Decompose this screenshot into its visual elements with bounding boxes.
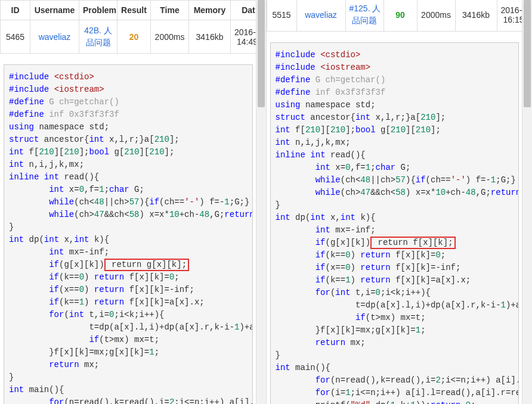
scrollbar-right[interactable] [522,0,532,404]
scrollbar-thumb[interactable] [258,0,265,107]
cell-time: 2000ms [417,0,455,32]
result-score[interactable]: 20 [129,32,139,42]
diff-highlight-right: return f[x][k]; [370,237,455,249]
problem-link[interactable]: #125. 人品问题 [349,4,381,25]
user-link[interactable]: waveliaz [39,32,71,42]
col-time: Time [151,1,189,20]
col-result: Result [117,1,151,20]
cell-memory: 3416kb [189,20,231,54]
col-memory: Memory [189,1,231,20]
col-date: Dat [231,1,256,20]
cell-result: 20 [117,20,151,54]
col-username: Username [30,1,79,20]
cell-username: waveliaz [296,0,345,32]
table-row: 5515 waveliaz #125. 人品问题 90 2000ms 3416k… [267,0,522,32]
table-row: 5465 waveliaz 42B. 人品问题 20 2000ms 3416kb… [1,20,256,54]
cell-id: 5465 [1,20,30,54]
cell-time: 2000ms [151,20,189,54]
scrollbar-left[interactable] [256,0,266,404]
code-block-right[interactable]: #include <cstdio> #include <iostream> #d… [270,42,519,404]
problem-link[interactable]: 42B. 人品问题 [84,26,112,47]
diff-view: ID Username Problem Result Time Memory D… [0,0,532,404]
col-id: ID [1,1,30,20]
submission-table-left: ID Username Problem Result Time Memory D… [0,0,256,54]
table-header-row: ID Username Problem Result Time Memory D… [1,1,256,20]
cell-username: waveliaz [30,20,79,54]
result-score[interactable]: 90 [395,10,405,20]
col-problem: Problem [79,1,117,20]
cell-id: 5515 [267,0,296,32]
cell-problem: #125. 人品问题 [345,0,383,32]
diff-highlight-left: return g[x][k]; [104,259,189,271]
scrollbar-thumb[interactable] [524,0,531,107]
cell-date: 2016-1(14:49: [231,20,256,54]
cell-memory: 3416kb [455,0,497,32]
cell-result: 90 [383,0,417,32]
submission-table-right: 5515 waveliaz #125. 人品问题 90 2000ms 3416k… [267,0,523,32]
user-link[interactable]: waveliaz [305,10,337,20]
code-block-left[interactable]: #include <cstdio> #include <iostream> #d… [4,64,253,404]
cell-problem: 42B. 人品问题 [79,20,117,54]
right-pane: 5515 waveliaz #125. 人品问题 90 2000ms 3416k… [267,0,533,404]
left-pane: ID Username Problem Result Time Memory D… [0,0,267,404]
cell-date: 2016-1(16:15: [497,0,522,32]
